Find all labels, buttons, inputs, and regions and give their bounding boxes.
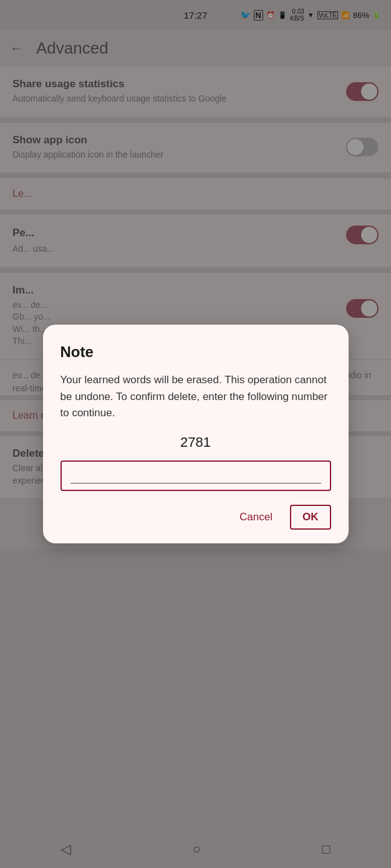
dialog-actions: Cancel OK: [60, 505, 331, 530]
cancel-button[interactable]: Cancel: [232, 506, 280, 528]
ok-button[interactable]: OK: [290, 505, 331, 530]
dialog-body: Your learned words will be erased. This …: [60, 372, 331, 421]
confirmation-input[interactable]: [70, 468, 321, 484]
dialog-title: Note: [60, 343, 331, 361]
dialog-input-wrapper: [60, 460, 331, 491]
modal-overlay: Note Your learned words will be erased. …: [0, 0, 391, 868]
dialog-confirmation-number: 2781: [60, 434, 331, 451]
note-dialog: Note Your learned words will be erased. …: [43, 325, 349, 543]
